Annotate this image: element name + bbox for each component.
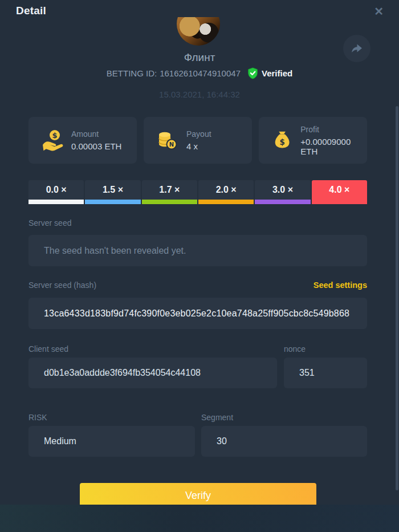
tab-underline bbox=[142, 200, 197, 204]
stat-value: +0.00009000 ETH bbox=[300, 137, 367, 156]
betting-id-value: 16162610474910047 bbox=[160, 68, 241, 78]
game-background bbox=[0, 505, 399, 532]
stats-row: $ Amount 0.00003 ETH N Pay bbox=[28, 117, 367, 164]
amount-card: $ Amount 0.00003 ETH bbox=[28, 117, 137, 164]
verified-badge: Verified bbox=[247, 67, 292, 79]
server-seed-label: Server seed bbox=[28, 218, 71, 228]
stat-text: Profit +0.00009000 ETH bbox=[300, 125, 367, 156]
avatar-clip bbox=[0, 17, 399, 47]
modal-title: Detail bbox=[16, 5, 46, 17]
client-seed-field[interactable]: d0b1e3a0addde3f694fb354054c44108 bbox=[28, 358, 277, 388]
bet-datetime: 15.03.2021, 16:44:32 bbox=[0, 90, 399, 99]
multiplier-tabs: 0.0 × 1.5 × 1.7 × 2.0 × 3.0 × 4.0 × bbox=[28, 180, 367, 204]
tab-multiplier-3x[interactable]: 3.0 × bbox=[255, 180, 310, 204]
verified-shield-icon bbox=[247, 67, 258, 79]
username: Флинт bbox=[0, 51, 399, 64]
tab-underline bbox=[255, 200, 310, 204]
svg-text:N: N bbox=[169, 141, 174, 148]
profit-card: $ Profit +0.00009000 ETH bbox=[259, 117, 367, 164]
verify-button[interactable]: Verify bbox=[80, 483, 316, 505]
payout-card: N Payout 4 x bbox=[144, 117, 252, 164]
risk-field[interactable]: Medium bbox=[28, 426, 195, 457]
page: Detail ✕ Флинт BETTING ID: 1616261047491… bbox=[0, 0, 399, 532]
tab-multiplier-1-7x[interactable]: 1.7 × bbox=[142, 180, 197, 204]
tab-multiplier-0x[interactable]: 0.0 × bbox=[28, 180, 84, 204]
tab-label: 3.0 × bbox=[272, 185, 293, 195]
detail-modal: Detail ✕ Флинт BETTING ID: 1616261047491… bbox=[0, 0, 399, 505]
avatar[interactable] bbox=[177, 17, 220, 46]
betting-id-label: BETTING ID: bbox=[107, 68, 157, 78]
server-seed-hash-field[interactable]: 13ca6433d183bf9d74fc390f0e3eb025e2c10ea7… bbox=[28, 298, 367, 329]
stat-value: 4 x bbox=[186, 141, 211, 151]
tab-multiplier-2x[interactable]: 2.0 × bbox=[198, 180, 254, 204]
money-bag-icon: $ bbox=[271, 129, 293, 152]
nonce-label: nonce bbox=[284, 344, 306, 354]
scrollbar-thumb[interactable] bbox=[396, 106, 398, 490]
segment-label: Segment bbox=[201, 413, 233, 422]
tab-multiplier-4x[interactable]: 4.0 × bbox=[312, 180, 367, 204]
stat-label: Profit bbox=[300, 125, 367, 134]
coin-stack-icon: N bbox=[156, 129, 179, 152]
tab-label: 1.7 × bbox=[159, 185, 180, 195]
seed-settings-link[interactable]: Seed settings bbox=[314, 281, 367, 290]
tab-underline bbox=[312, 200, 367, 204]
verified-label: Verified bbox=[262, 68, 292, 78]
betting-id: BETTING ID: 16162610474910047 bbox=[107, 68, 241, 78]
server-seed-hash-label: Server seed (hash) bbox=[28, 281, 96, 290]
tab-label: 0.0 × bbox=[46, 185, 67, 195]
client-seed-label: Client seed bbox=[28, 344, 68, 354]
stat-text: Amount 0.00003 ETH bbox=[71, 129, 121, 151]
tab-underline bbox=[198, 200, 254, 204]
tab-label: 2.0 × bbox=[216, 185, 237, 195]
risk-label: RISK bbox=[28, 413, 47, 422]
hand-coin-icon: $ bbox=[41, 129, 64, 152]
stat-value: 0.00003 ETH bbox=[71, 141, 121, 151]
tab-multiplier-1-5x[interactable]: 1.5 × bbox=[85, 180, 140, 204]
server-seed-field[interactable]: The seed hasn't been revealed yet. bbox=[28, 235, 367, 266]
tab-underline bbox=[85, 200, 140, 204]
tab-underline bbox=[28, 200, 84, 204]
stat-text: Payout 4 x bbox=[186, 129, 211, 151]
segment-field[interactable]: 30 bbox=[201, 426, 367, 457]
tab-label: 1.5 × bbox=[103, 185, 123, 195]
stat-label: Payout bbox=[186, 129, 211, 139]
svg-text:$: $ bbox=[279, 138, 284, 147]
svg-text:$: $ bbox=[52, 131, 57, 140]
tab-label: 4.0 × bbox=[329, 185, 349, 195]
betting-row: BETTING ID: 16162610474910047 Verified bbox=[0, 67, 399, 79]
stat-label: Amount bbox=[71, 129, 121, 139]
nonce-field[interactable]: 351 bbox=[284, 358, 367, 388]
